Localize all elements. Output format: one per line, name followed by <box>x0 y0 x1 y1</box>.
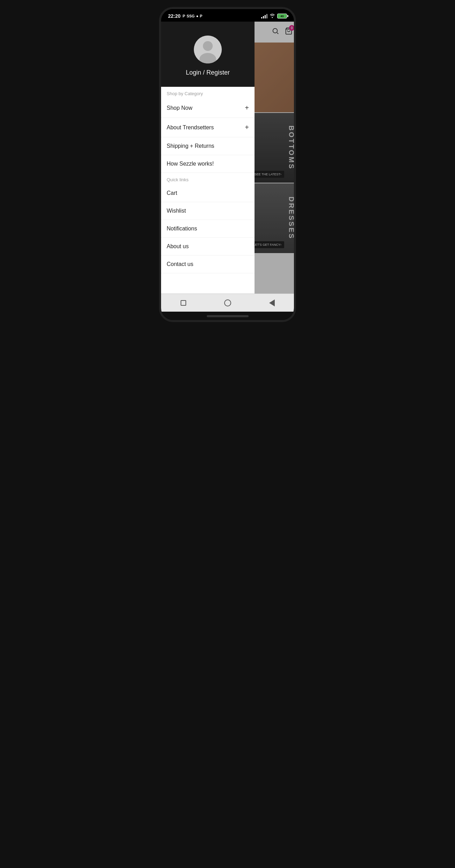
parking-icon: P <box>183 14 185 18</box>
bottoms-btn[interactable]: SEE THE LATEST› <box>252 171 284 178</box>
bottom-nav <box>161 294 294 312</box>
status-time: 22:20 <box>168 13 181 19</box>
about-us-label: About us <box>167 243 189 250</box>
menu-item-about-us[interactable]: About us <box>161 238 255 256</box>
status-left: 22:20 P SSG ● P <box>168 13 202 19</box>
drawer-header: Login / Register <box>161 22 255 87</box>
notifications-label: Notifications <box>167 226 197 232</box>
search-icon[interactable] <box>272 27 279 37</box>
signal-bar-4 <box>266 14 267 18</box>
home-icon <box>224 299 231 306</box>
drawer-panel: Login / Register Shop by Category Shop N… <box>161 22 255 294</box>
cart-icon[interactable]: 0 <box>285 27 293 37</box>
about-trendsetters-label: About Trendsetters <box>167 124 214 131</box>
battery-icon: 43 <box>277 14 287 18</box>
dresses-btn[interactable]: LET'S GET FANCY› <box>250 241 284 248</box>
menu-item-contact-us[interactable]: Contact us <box>161 256 255 273</box>
shop-now-plus: + <box>245 104 249 112</box>
home-indicator-bar <box>161 312 294 320</box>
wishlist-label: Wishlist <box>167 208 186 214</box>
status-icons: P SSG ● P <box>183 14 203 18</box>
quick-links-label: Quick links <box>161 173 255 184</box>
p2-icon: P <box>200 14 202 18</box>
drawer-spacer <box>161 273 255 294</box>
how-sezzle-label: How Sezzle works! <box>167 161 214 167</box>
wifi-icon <box>270 13 275 19</box>
ssg-icon: SSG <box>187 14 195 18</box>
svg-point-2 <box>203 41 213 51</box>
nav-back-button[interactable] <box>267 298 277 308</box>
about-trendsetters-plus: + <box>245 123 249 131</box>
shipping-returns-label: Shipping + Returns <box>167 143 214 149</box>
whatsapp-icon: ● <box>196 14 198 18</box>
signal-bars <box>261 14 267 18</box>
dresses-label: DRESSES <box>287 197 294 240</box>
cart-badge: 0 <box>289 25 294 31</box>
menu-item-shipping-returns[interactable]: Shipping + Returns <box>161 137 255 155</box>
nav-home-button[interactable] <box>223 298 233 308</box>
nav-recent-apps-button[interactable] <box>179 298 188 308</box>
signal-bar-1 <box>261 17 262 18</box>
menu-item-about-trendsetters[interactable]: About Trendsetters + <box>161 118 255 137</box>
back-icon <box>269 299 275 306</box>
signal-bar-2 <box>263 16 264 18</box>
menu-item-cart[interactable]: Cart <box>161 184 255 202</box>
menu-item-notifications[interactable]: Notifications <box>161 220 255 238</box>
contact-us-label: Contact us <box>167 261 193 267</box>
status-right: 43 <box>261 13 287 19</box>
signal-bar-3 <box>265 15 266 18</box>
cart-label: Cart <box>167 190 177 196</box>
recent-apps-icon <box>181 300 186 306</box>
status-bar: 22:20 P SSG ● P <box>161 9 294 22</box>
login-register-label[interactable]: Login / Register <box>186 69 230 76</box>
menu-item-shop-now[interactable]: Shop Now + <box>161 98 255 118</box>
shop-now-label: Shop Now <box>167 105 192 111</box>
svg-point-0 <box>273 29 278 33</box>
menu-item-wishlist[interactable]: Wishlist <box>161 202 255 220</box>
menu-item-how-sezzle[interactable]: How Sezzle works! <box>161 155 255 173</box>
home-indicator <box>207 315 249 317</box>
avatar <box>194 36 222 63</box>
shop-by-category-label: Shop by Category <box>161 87 255 98</box>
bottoms-label: BOTTOMS <box>287 125 294 170</box>
